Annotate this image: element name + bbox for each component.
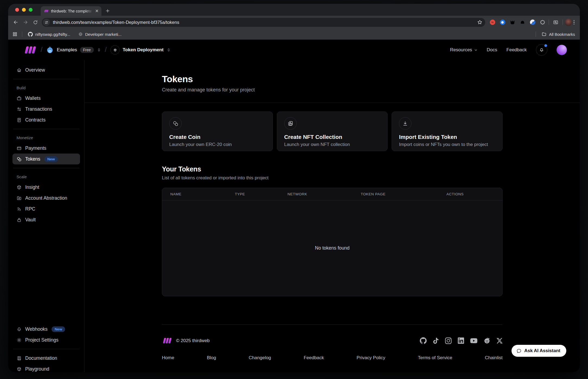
chevron-down-icon: [474, 48, 478, 52]
resources-menu[interactable]: Resources: [450, 47, 477, 53]
sidebar-section-label: Scale: [17, 174, 76, 179]
sidebar-item-wallets[interactable]: Wallets: [12, 93, 80, 104]
sidebar-item-label: Contracts: [25, 117, 46, 123]
create-coin-card[interactable]: Create Coin Launch your own ERC-20 coin: [162, 112, 273, 151]
sidebar-item-label: Vault: [25, 217, 36, 223]
tab-close-icon[interactable]: ✕: [95, 9, 99, 13]
x-icon[interactable]: [497, 338, 503, 344]
extension-clock-icon[interactable]: [529, 18, 537, 26]
github-icon[interactable]: [420, 337, 427, 344]
browser-menu-icon[interactable]: [572, 18, 576, 26]
tiktok-icon[interactable]: [433, 338, 439, 344]
docs-link[interactable]: Docs: [487, 47, 497, 53]
sidebar-item-tokens[interactable]: Tokens New: [12, 154, 80, 164]
sidebar-item-label: Webhooks: [25, 326, 47, 332]
linkedin-icon[interactable]: [458, 337, 464, 344]
sidebar-item-vault[interactable]: Vault: [12, 214, 80, 225]
youtube-icon[interactable]: [470, 337, 477, 344]
sidebar-item-label: Insight: [25, 184, 39, 190]
chevrons-up-down-icon[interactable]: [167, 48, 171, 52]
footer-link-blog[interactable]: Blog: [207, 355, 216, 361]
apps-grid-icon[interactable]: [12, 32, 17, 37]
all-bookmarks-button[interactable]: All Bookmarks: [542, 32, 575, 37]
extensions-puzzle-icon[interactable]: [539, 18, 547, 26]
extension-ghost-icon[interactable]: [519, 18, 527, 26]
book-icon: [17, 356, 22, 361]
sidebar-item-label: Payments: [25, 145, 46, 151]
footer-link-changelog[interactable]: Changelog: [249, 355, 271, 361]
sidebar-item-account-abstraction[interactable]: Account Abstraction: [12, 193, 80, 203]
extension-fox-icon[interactable]: [509, 18, 517, 26]
bookmark-item[interactable]: Developer marketi...: [78, 32, 122, 37]
footer-link-terms-of-service[interactable]: Terms of Service: [418, 355, 452, 361]
table-header-row: NAME TYPE NETWORK TOKEN PAGE ACTIONS: [162, 188, 502, 200]
wallet-icon: [17, 96, 22, 101]
sidebar-item-webhooks[interactable]: Webhooks New: [12, 324, 80, 335]
import-existing-token-card[interactable]: Import Existing Token Import coins or NF…: [392, 112, 503, 151]
footer-link-home[interactable]: Home: [162, 355, 174, 361]
app-header: / Examples Free / Token Deployment: [8, 40, 580, 60]
sidebar-item-overview[interactable]: Overview: [12, 65, 80, 75]
site-settings-icon[interactable]: [43, 19, 50, 26]
card-description: Launch your own NFT collection: [284, 142, 381, 147]
sidebar-item-label: Transactions: [25, 106, 52, 112]
extension-blue-icon[interactable]: [498, 18, 507, 26]
project-selector[interactable]: Token Deployment: [110, 45, 171, 55]
notifications-button[interactable]: [536, 44, 547, 56]
browser-tab[interactable]: thirdweb: The complete web3 ✕: [41, 6, 101, 16]
forward-icon[interactable]: [21, 17, 30, 27]
project-name: Token Deployment: [123, 47, 164, 53]
sidebar-section-label: Build: [17, 85, 76, 90]
close-window-button[interactable]: [15, 8, 19, 12]
lock-icon: [17, 217, 22, 222]
card-title: Create Coin: [169, 134, 266, 140]
chevrons-up-down-icon[interactable]: [97, 48, 101, 52]
new-tab-button[interactable]: [105, 8, 110, 14]
sidebar-divider: [13, 349, 79, 349]
browser-profile-avatar[interactable]: [565, 19, 572, 26]
bookmark-item[interactable]: niftyswap.gg/Nifty...: [28, 32, 70, 37]
toolbar-separator: [563, 20, 563, 25]
notification-dot: [544, 44, 547, 47]
sidebar: Overview Build Wallets Transactions: [8, 60, 85, 372]
zoom-window-button[interactable]: [29, 8, 33, 12]
main-content: Tokens Create and manage tokens for your…: [85, 60, 580, 372]
tab-title: thirdweb: The complete web3: [51, 9, 93, 13]
feedback-link[interactable]: Feedback: [506, 47, 527, 53]
back-icon[interactable]: [11, 17, 21, 27]
images-icon: [284, 117, 297, 130]
reddit-icon[interactable]: [484, 337, 490, 344]
url-bar[interactable]: thirdweb.com/team/examples/Token-Deploym…: [42, 18, 485, 27]
card-title: Create NFT Collection: [284, 134, 381, 140]
sidebar-item-insight[interactable]: Insight: [12, 182, 80, 193]
minimize-window-button[interactable]: [22, 8, 26, 12]
extension-red-icon[interactable]: [488, 18, 497, 26]
footer-link-chainlist[interactable]: Chainlist: [485, 355, 503, 361]
instagram-icon[interactable]: [445, 337, 452, 344]
sidebar-divider: [13, 129, 79, 129]
footer-link-feedback[interactable]: Feedback: [304, 355, 324, 361]
sidebar-item-project-settings[interactable]: Project Settings: [12, 335, 80, 345]
sidebar-item-documentation[interactable]: Documentation: [12, 353, 80, 364]
tab-search-icon[interactable]: [551, 17, 561, 27]
cube-icon: [17, 367, 22, 372]
user-avatar[interactable]: [557, 45, 567, 55]
thirdweb-logo[interactable]: [23, 46, 37, 54]
team-selector[interactable]: Examples Free: [46, 46, 101, 54]
sidebar-item-rpc[interactable]: RPC: [12, 203, 80, 214]
traffic-lights: [15, 8, 33, 12]
github-icon: [28, 32, 33, 37]
create-nft-collection-card[interactable]: Create NFT Collection Launch your own NF…: [277, 112, 388, 151]
card-description: Import coins or NFTs you own to the proj…: [399, 142, 495, 147]
sidebar-item-payments[interactable]: Payments: [12, 143, 80, 154]
sidebar-item-label: Wallets: [25, 95, 41, 101]
sidebar-item-transactions[interactable]: Transactions: [12, 104, 80, 114]
sidebar-item-contracts[interactable]: Contracts: [12, 114, 80, 125]
footer-link-privacy-policy[interactable]: Privacy Policy: [357, 355, 385, 361]
coins-icon: [17, 157, 22, 162]
page-title: Tokens: [162, 74, 503, 84]
ask-ai-assistant-button[interactable]: Ask AI Assistant: [512, 345, 566, 357]
sidebar-item-playground[interactable]: Playground: [12, 364, 80, 372]
refresh-icon[interactable]: [30, 17, 40, 27]
bookmark-star-icon[interactable]: [477, 20, 482, 25]
